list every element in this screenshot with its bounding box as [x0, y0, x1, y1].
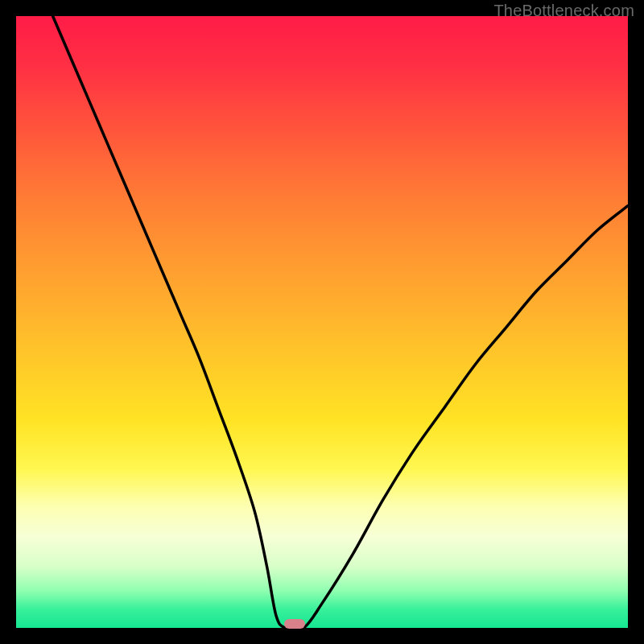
bottleneck-curve [16, 16, 628, 628]
chart-frame: TheBottleneck.com [0, 0, 644, 644]
optimum-marker [284, 619, 305, 629]
plot-area [16, 16, 628, 628]
